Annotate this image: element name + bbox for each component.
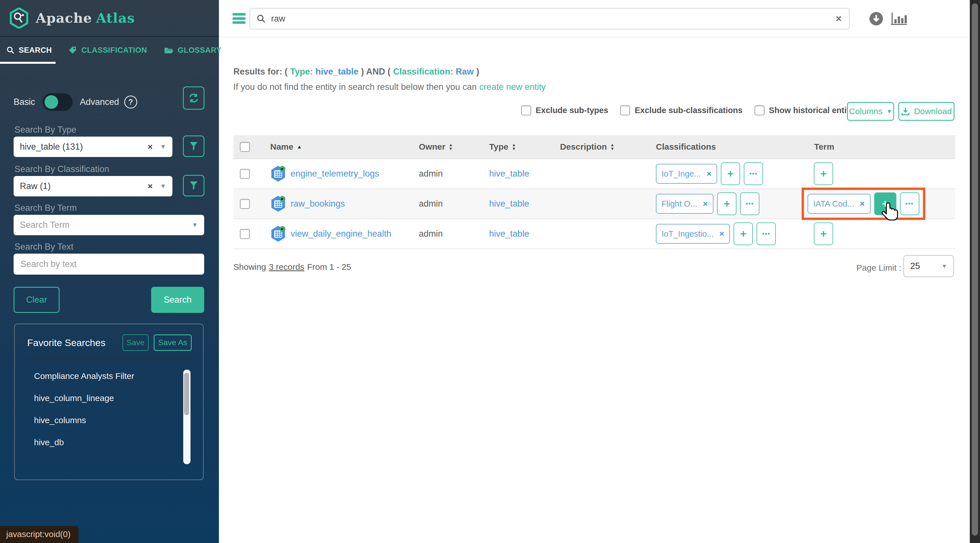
basic-advanced-toggle[interactable]: [43, 93, 73, 111]
classification-filter-label: Classification:: [393, 67, 453, 76]
search-by-type-select[interactable]: hive_table (131) × ▼: [14, 137, 172, 157]
tab-search[interactable]: SEARCH: [6, 46, 52, 55]
basic-label: Basic: [14, 97, 35, 107]
search-by-type-label: Search By Type: [14, 125, 76, 135]
more-classifications-button[interactable]: •••: [744, 162, 763, 185]
status-bar-link-preview: javascript:void(0): [0, 526, 78, 543]
add-classification-button[interactable]: +: [733, 222, 753, 245]
quick-search-history-icon[interactable]: [869, 11, 884, 27]
exclude-subtypes-option[interactable]: Exclude sub-types: [521, 105, 608, 115]
classification-value: Raw (1): [20, 181, 148, 191]
exclude-subtypes-checkbox[interactable]: [521, 105, 531, 115]
search-icon: [256, 14, 266, 24]
menu-icon[interactable]: [232, 13, 245, 24]
column-header-name[interactable]: Name ▲: [256, 142, 404, 152]
remove-term-icon[interactable]: ×: [860, 199, 865, 209]
exclude-subclassifications-checkbox[interactable]: [620, 105, 630, 115]
clear-type-icon[interactable]: ×: [148, 142, 153, 152]
add-term-button[interactable]: +: [814, 162, 833, 185]
entity-type-link[interactable]: hive_table: [489, 198, 529, 209]
remove-classification-icon[interactable]: ×: [719, 229, 724, 239]
page-scrollbar-thumb[interactable]: [972, 3, 978, 536]
classification-tag[interactable]: IoT_Inge... ×: [656, 164, 717, 184]
clear-classification-icon[interactable]: ×: [148, 181, 153, 191]
tag-icon: [68, 46, 77, 54]
select-all-checkbox[interactable]: [240, 142, 250, 152]
hive-table-icon: [270, 195, 286, 212]
apache-atlas-page: ApacheAtlas SEARCH CLASSIFICATION: [0, 0, 980, 543]
show-historical-option[interactable]: Show historical entities: [754, 105, 861, 115]
show-historical-checkbox[interactable]: [754, 105, 765, 115]
search-by-text-input[interactable]: [14, 254, 204, 275]
results-and: ) AND (: [361, 67, 390, 76]
search-button[interactable]: Search: [151, 287, 204, 313]
create-new-entity-link[interactable]: create new entity: [479, 82, 546, 92]
filter-icon: [189, 181, 198, 190]
favorites-scrollbar[interactable]: [183, 370, 191, 464]
page-limit-select[interactable]: 25 ▼: [904, 255, 954, 277]
exclude-subclassifications-option[interactable]: Exclude sub-classifications: [620, 105, 742, 115]
entity-name-link[interactable]: engine_telemetry_logs: [291, 168, 379, 179]
folder-open-icon: [164, 46, 174, 54]
column-header-term: Term: [798, 142, 955, 152]
favorites-divider: [26, 358, 192, 359]
create-entity-hint: If you do not find the entity in search …: [233, 82, 546, 92]
add-term-button[interactable]: +: [814, 222, 833, 245]
classification-tag[interactable]: IoT_Ingestio... ×: [656, 224, 730, 244]
tab-classification[interactable]: CLASSIFICATION: [68, 46, 147, 55]
results-summary: Results for: (Type:hive_table) AND (Clas…: [233, 67, 482, 77]
entity-name-link[interactable]: raw_bookings: [291, 198, 345, 209]
type-attribute-filter-button[interactable]: [183, 135, 204, 157]
favorites-save-button[interactable]: Save: [123, 334, 149, 351]
page-scrollbar[interactable]: [970, 0, 980, 543]
favorites-list: Compliance Analysts Filter hive_column_l…: [15, 365, 203, 453]
table-row: engine_telemetry_logs admin hive_table I…: [233, 159, 955, 189]
row-checkbox[interactable]: [240, 169, 250, 179]
row-checkbox[interactable]: [240, 229, 250, 239]
statistics-icon[interactable]: [891, 12, 907, 27]
records-count-link[interactable]: 3 records: [269, 262, 304, 272]
entity-type-link[interactable]: hive_table: [489, 229, 529, 239]
add-classification-button[interactable]: +: [721, 162, 740, 185]
type-filter-value[interactable]: hive_table: [316, 67, 359, 76]
more-classifications-button[interactable]: •••: [740, 192, 759, 215]
favorites-title: Favorite Searches: [27, 337, 123, 348]
global-search-input[interactable]: raw ×: [250, 8, 850, 30]
search-query-text: raw: [271, 14, 836, 24]
favorite-search-item[interactable]: hive_db: [15, 431, 203, 453]
favorite-search-item[interactable]: hive_columns: [15, 409, 203, 431]
search-by-term-label: Search By Term: [14, 203, 77, 213]
remove-classification-icon[interactable]: ×: [703, 199, 708, 209]
clear-search-icon[interactable]: ×: [836, 13, 842, 25]
refresh-button[interactable]: [183, 86, 204, 110]
entity-name-link[interactable]: view_daily_engine_health: [291, 229, 391, 239]
row-checkbox[interactable]: [240, 199, 250, 209]
download-button[interactable]: Download: [898, 102, 955, 121]
clear-button[interactable]: Clear: [14, 287, 60, 313]
help-icon[interactable]: ?: [124, 95, 137, 108]
columns-button[interactable]: Columns ▼: [847, 102, 894, 121]
more-terms-button[interactable]: •••: [900, 192, 919, 215]
search-by-classification-select[interactable]: Raw (1) × ▼: [14, 176, 172, 196]
column-header-type[interactable]: Type ▲▼: [476, 142, 545, 152]
favorites-scrollbar-thumb[interactable]: [184, 373, 189, 415]
tab-glossary[interactable]: GLOSSARY: [164, 46, 222, 55]
search-by-text-label: Search By Text: [14, 242, 73, 252]
classification-attribute-filter-button[interactable]: [183, 175, 204, 196]
entity-type-link[interactable]: hive_table: [489, 168, 529, 179]
add-classification-button[interactable]: +: [717, 192, 737, 215]
classification-filter-value[interactable]: Raw: [456, 67, 474, 76]
app-logo[interactable]: ApacheAtlas: [0, 0, 219, 37]
more-classifications-button[interactable]: •••: [757, 222, 776, 245]
term-tag[interactable]: IATA Cod... ×: [808, 194, 870, 214]
search-by-classification-label: Search By Classification: [14, 164, 109, 174]
remove-classification-icon[interactable]: ×: [706, 169, 712, 179]
column-header-owner[interactable]: Owner ▲▼: [404, 142, 476, 152]
favorite-search-item[interactable]: Compliance Analysts Filter: [15, 365, 203, 387]
add-term-button[interactable]: +: [874, 192, 896, 215]
column-header-description[interactable]: Description ▲▼: [545, 142, 648, 152]
favorite-search-item[interactable]: hive_column_lineage: [15, 387, 203, 409]
favorites-save-as-button[interactable]: Save As: [154, 334, 192, 351]
classification-tag[interactable]: Flight O... ×: [656, 194, 713, 214]
search-by-term-select[interactable]: Search Term ▼: [14, 215, 204, 235]
